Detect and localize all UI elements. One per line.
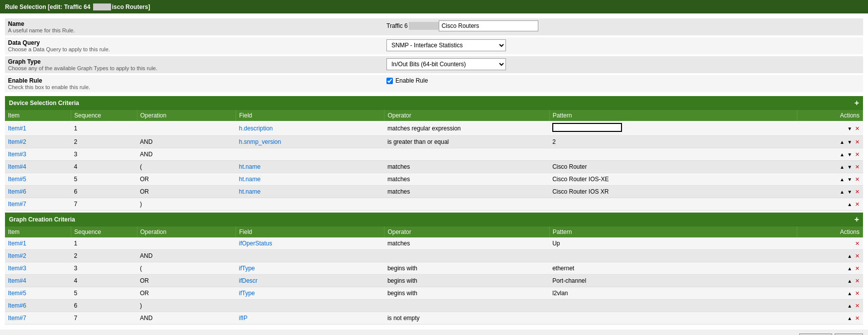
up-icon [840, 163, 845, 170]
row-field: h.description [236, 121, 384, 136]
row-delete-button[interactable] [855, 314, 860, 322]
device-col-op: Operation [137, 110, 236, 121]
row-delete-button[interactable] [855, 264, 860, 272]
row-actions [797, 250, 863, 262]
delete-icon [855, 125, 860, 132]
pattern-value: Cisco Router IOS XR [552, 188, 609, 195]
row-up-button[interactable] [839, 175, 845, 183]
row-up-button[interactable] [847, 252, 853, 260]
row-operator: matches [384, 173, 549, 186]
row-pattern [549, 148, 797, 161]
graph-table-row: Item#2 2 AND [5, 250, 863, 262]
data-query-label: Data Query [8, 39, 386, 46]
row-field [236, 300, 384, 312]
row-down-button[interactable] [847, 163, 853, 171]
row-up-button[interactable] [839, 163, 845, 171]
row-actions [797, 186, 863, 198]
device-table-row: Item#4 4 ( ht.name matches Cisco Router [5, 161, 863, 173]
row-up-button[interactable] [847, 302, 853, 310]
row-delete-button[interactable] [855, 175, 860, 183]
up-icon [840, 188, 845, 195]
graph-table-row: Item#7 7 AND ifIP is not empty [5, 312, 863, 325]
row-down-button[interactable] [847, 138, 853, 146]
up-icon [847, 201, 852, 208]
enable-rule-check-label: Enable Rule [395, 77, 428, 84]
pattern-input-box[interactable] [552, 123, 622, 132]
row-op: ) [137, 198, 236, 211]
row-item: Item#4 [5, 161, 71, 173]
graph-table: Item Sequence Operation Field Operator P… [5, 226, 863, 325]
graph-col-op: Operation [137, 226, 236, 237]
row-actions [797, 312, 863, 325]
row-down-button[interactable] [847, 124, 853, 132]
row-op: ) [137, 300, 236, 312]
row-delete-button[interactable] [855, 200, 860, 208]
row-delete-button[interactable] [855, 239, 860, 247]
graph-col-field: Field [236, 226, 384, 237]
row-down-button[interactable] [847, 150, 853, 158]
row-item: Item#2 [5, 250, 71, 262]
enable-rule-label: Enable Rule [8, 77, 386, 84]
row-delete-button[interactable] [855, 289, 860, 297]
device-add-button[interactable]: + [855, 99, 859, 108]
row-op [137, 237, 236, 250]
graph-type-select[interactable]: In/Out Bits (64-bit Counters) [386, 58, 506, 70]
row-delete-button[interactable] [855, 124, 860, 132]
delete-icon [855, 290, 860, 297]
up-icon [847, 302, 852, 309]
enable-rule-checkbox-label[interactable]: Enable Rule [386, 77, 428, 84]
up-icon [840, 176, 845, 183]
row-up-button[interactable] [839, 150, 845, 158]
row-item: Item#2 [5, 136, 71, 148]
row-operator: begins with [384, 287, 549, 300]
graph-add-button[interactable]: + [855, 215, 859, 224]
row-actions [797, 161, 863, 173]
graph-col-actions: Actions [797, 226, 863, 237]
row-up-button[interactable] [839, 138, 845, 146]
row-up-button[interactable] [839, 188, 845, 196]
row-up-button[interactable] [847, 264, 853, 272]
row-op: ( [137, 161, 236, 173]
row-delete-button[interactable] [855, 277, 860, 285]
row-operator [384, 300, 549, 312]
data-query-select[interactable]: SNMP - Interface Statistics [386, 39, 506, 51]
row-field [236, 250, 384, 262]
row-up-button[interactable] [847, 200, 853, 208]
row-op: OR [137, 173, 236, 186]
name-input[interactable] [439, 20, 538, 31]
row-delete-button[interactable] [855, 150, 860, 158]
row-operator: matches [384, 237, 549, 250]
row-item: Item#7 [5, 312, 71, 325]
row-down-button[interactable] [847, 188, 853, 196]
row-down-button[interactable] [847, 175, 853, 183]
title-bar: Rule Selection [edit: Traffic 64 isco Ro… [0, 0, 868, 13]
row-up-button[interactable] [847, 289, 853, 297]
enable-rule-checkbox[interactable] [386, 78, 393, 84]
up-icon [847, 290, 852, 297]
row-seq: 5 [71, 173, 137, 186]
row-op: OR [137, 186, 236, 198]
row-actions [797, 237, 863, 250]
row-up-button[interactable] [847, 314, 853, 322]
up-icon [847, 252, 852, 259]
row-operator: begins with [384, 262, 549, 275]
row-delete-button[interactable] [855, 163, 860, 171]
row-item: Item#3 [5, 262, 71, 275]
row-field: ht.name [236, 173, 384, 186]
row-field: ifType [236, 262, 384, 275]
device-section-title: Device Selection Criteria [9, 100, 79, 107]
row-operator [384, 198, 549, 211]
device-section-header: Device Selection Criteria + [5, 96, 863, 110]
row-up-button[interactable] [847, 277, 853, 285]
device-table-row: Item#1 1 h.description matches regular e… [5, 121, 863, 136]
row-delete-button[interactable] [855, 252, 860, 260]
row-delete-button[interactable] [855, 138, 860, 146]
graph-section-title: Graph Creation Criteria [9, 216, 75, 223]
delete-icon [855, 138, 860, 145]
row-item: Item#1 [5, 237, 71, 250]
row-delete-button[interactable] [855, 188, 860, 196]
delete-icon [855, 188, 860, 195]
down-icon [847, 138, 852, 145]
row-delete-button[interactable] [855, 302, 860, 310]
delete-icon [855, 176, 860, 183]
